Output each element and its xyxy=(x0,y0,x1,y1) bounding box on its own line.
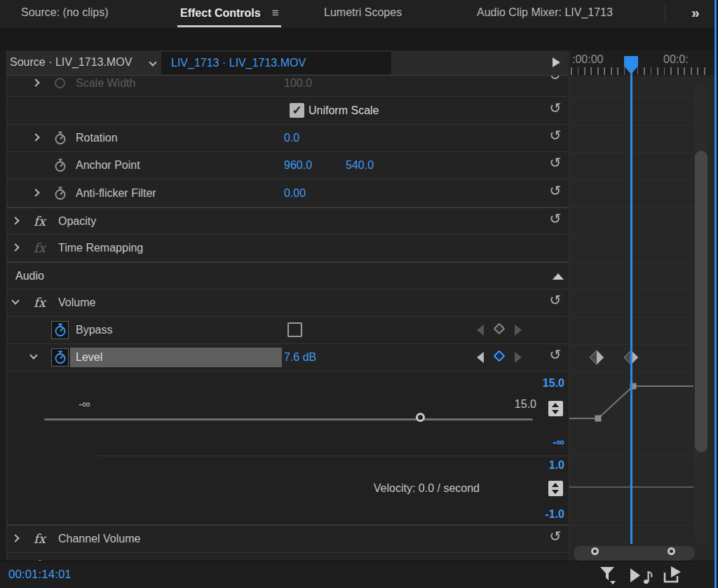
add-keyframe-icon[interactable] xyxy=(494,350,506,362)
fx-icon: fx xyxy=(34,213,46,228)
graph-min-label: -∞ xyxy=(522,436,564,449)
next-keyframe-icon[interactable] xyxy=(515,324,522,336)
chevron-right-icon[interactable] xyxy=(32,189,39,196)
source-clip-label: Source · LIV_1713.MOV xyxy=(10,56,132,69)
value-stepper[interactable] xyxy=(548,401,563,416)
collapse-triangle-icon[interactable] xyxy=(553,273,564,280)
level-slider-block: 15.0 -∞ 15.0 -∞ xyxy=(7,371,568,456)
reset-icon[interactable]: ↺ xyxy=(547,101,564,115)
fx-icon: fx xyxy=(34,240,46,255)
param-label: Anti-flicker Filter xyxy=(76,187,156,200)
row-partial: fx ↺ xyxy=(7,553,568,561)
effect-label: Volume xyxy=(58,296,95,309)
stopwatch-toggle-animation-icon[interactable] xyxy=(51,348,69,367)
add-keyframe-icon[interactable] xyxy=(494,323,506,335)
velocity-block: 1.0 Velocity: 0.0 / second -1.0 xyxy=(7,456,568,525)
slider-min-label: -∞ xyxy=(79,398,90,411)
row-anti-flicker: Anti-flicker Filter 0.00 ↺ xyxy=(7,179,568,207)
tab-effect-controls[interactable]: Effect Controls ≡ xyxy=(177,4,281,27)
panel-tab-bar: Source: (no clips) Effect Controls ≡ Lum… xyxy=(0,0,718,28)
panel-menu-icon[interactable]: ≡ xyxy=(272,6,278,20)
param-label: Anchor Point xyxy=(76,159,140,172)
reset-icon[interactable]: ↺ xyxy=(547,529,564,543)
stopwatch-disabled-icon xyxy=(55,78,65,88)
effect-controls-panel: Source: (no clips) Effect Controls ≡ Lum… xyxy=(0,0,718,588)
chevron-down-icon[interactable] xyxy=(11,296,19,304)
param-value[interactable]: 0.00 xyxy=(284,187,306,200)
param-label: Scale Width xyxy=(76,77,135,90)
stopwatch-icon[interactable] xyxy=(53,131,67,145)
tab-source-monitor[interactable]: Source: (no clips) xyxy=(21,6,109,19)
reset-icon[interactable]: ↺ xyxy=(547,76,564,82)
velocity-max-label: 1.0 xyxy=(522,459,564,472)
fx-icon: fx xyxy=(34,531,46,546)
reset-icon[interactable]: ↺ xyxy=(547,156,564,170)
param-value-x[interactable]: 960.0 xyxy=(284,159,312,172)
section-header-audio[interactable]: Audio xyxy=(7,262,568,289)
param-value[interactable]: 0.0 xyxy=(284,132,299,144)
reset-icon[interactable]: ↺ xyxy=(547,212,564,226)
uniform-scale-checkbox[interactable]: ✓ xyxy=(290,103,304,118)
tab-overflow-chevron-icon[interactable]: » xyxy=(691,4,700,21)
velocity-label: Velocity: 0.0 / second xyxy=(374,482,480,495)
vertical-scrollbar[interactable] xyxy=(695,84,707,544)
reset-icon[interactable]: ↺ xyxy=(547,293,564,307)
value-stepper[interactable] xyxy=(548,481,563,496)
chevron-right-icon[interactable] xyxy=(32,133,39,141)
previous-keyframe-icon[interactable] xyxy=(477,324,484,336)
play-toggle-icon[interactable] xyxy=(553,57,560,67)
next-keyframe-icon[interactable] xyxy=(515,352,522,363)
stopwatch-icon[interactable] xyxy=(53,186,67,200)
panel-left-gutter xyxy=(0,50,7,561)
chevron-down-icon[interactable] xyxy=(29,351,37,359)
keyframe-diamond-icon[interactable] xyxy=(589,350,604,365)
previous-keyframe-icon[interactable] xyxy=(477,352,484,363)
chevron-right-icon[interactable] xyxy=(11,534,19,542)
stopwatch-icon[interactable] xyxy=(53,158,67,172)
effect-label: Opacity xyxy=(58,215,96,228)
reset-icon[interactable]: ↺ xyxy=(547,184,564,198)
clip-selector-label: LIV_1713 · LIV_1713.MOV xyxy=(171,57,306,69)
row-bypass: Bypass xyxy=(7,317,568,344)
param-label: Bypass xyxy=(76,324,112,336)
tab-separator xyxy=(665,6,665,22)
tab-lumetri-scopes[interactable]: Lumetri Scopes xyxy=(324,6,402,19)
effect-label: Channel Volume xyxy=(58,533,140,545)
param-value: 100.0 xyxy=(284,77,312,90)
param-label-selected[interactable]: Level xyxy=(70,348,282,367)
level-slider-handle[interactable] xyxy=(416,413,425,422)
play-audio-loop-icon[interactable] xyxy=(630,566,655,585)
clip-selector[interactable]: LIV_1713 · LIV_1713.MOV xyxy=(161,52,391,74)
chevron-right-icon[interactable] xyxy=(11,217,19,224)
panel-gap xyxy=(0,28,718,50)
slider-max-label: 15.0 xyxy=(494,398,536,411)
timeline-zoom-scrollbar[interactable] xyxy=(574,546,695,561)
chevron-down-icon[interactable] xyxy=(149,58,156,66)
param-value[interactable]: 7.6 dB xyxy=(284,351,316,364)
tab-effect-controls-label: Effect Controls xyxy=(180,7,261,20)
tab-audio-clip-mixer[interactable]: Audio Clip Mixer: LIV_1713 xyxy=(477,6,613,19)
row-time-remapping: fx Time Remapping xyxy=(7,235,568,262)
row-channel-volume: fx Channel Volume ↺ xyxy=(7,525,568,553)
zoom-handle-right[interactable] xyxy=(668,547,675,555)
current-timecode[interactable]: 00:01:14:01 xyxy=(8,568,72,582)
reset-icon[interactable]: ↺ xyxy=(547,128,564,142)
param-value-y[interactable]: 540.0 xyxy=(346,159,374,172)
chevron-right-icon[interactable] xyxy=(11,243,19,251)
reset-icon[interactable]: ↺ xyxy=(547,348,564,362)
filter-properties-icon[interactable] xyxy=(600,566,618,585)
bypass-checkbox[interactable] xyxy=(287,322,302,337)
clip-header: Source · LIV_1713.MOV LIV_1713 · LIV_171… xyxy=(7,50,568,76)
status-bar: 00:01:14:01 xyxy=(0,561,718,588)
zoom-handle-left[interactable] xyxy=(591,547,599,555)
time-ruler[interactable]: :00:00 00:0: xyxy=(569,50,718,76)
export-frame-icon[interactable] xyxy=(663,566,684,585)
chevron-right-icon[interactable] xyxy=(32,78,39,86)
level-slider[interactable] xyxy=(44,418,533,421)
param-label: Uniform Scale xyxy=(309,104,379,117)
vertical-scrollbar-thumb[interactable] xyxy=(695,151,707,452)
stopwatch-toggle-animation-icon[interactable] xyxy=(51,321,69,339)
row-scale-width: Scale Width 100.0 ↺ xyxy=(7,76,568,97)
ruler-tick-label: 00:0: xyxy=(663,53,689,66)
playhead-line[interactable] xyxy=(630,69,632,544)
